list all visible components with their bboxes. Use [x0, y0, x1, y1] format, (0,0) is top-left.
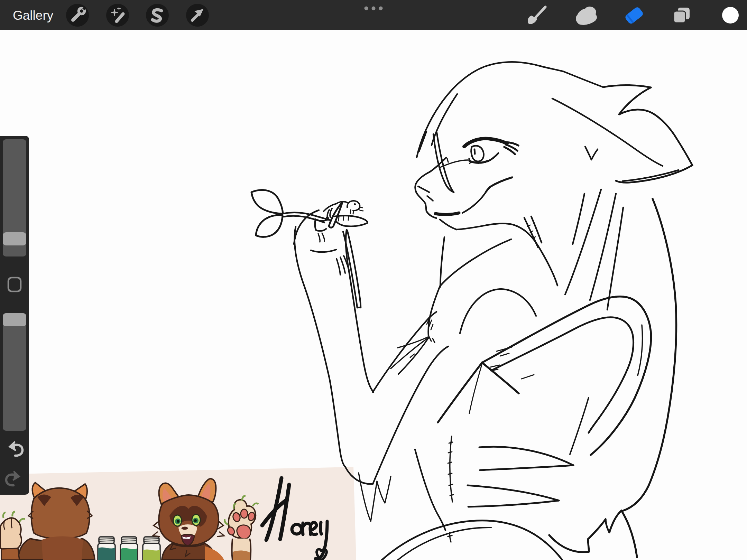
svg-text:Gallery: Gallery — [13, 8, 54, 22]
